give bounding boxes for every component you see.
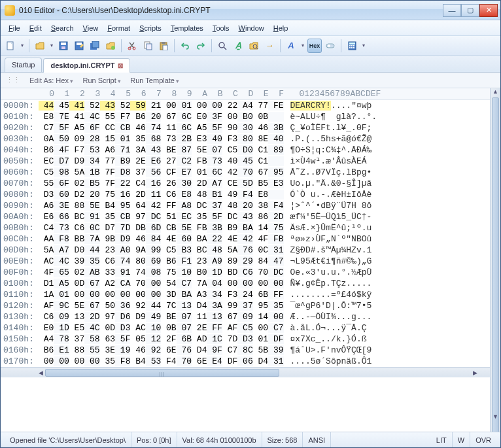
save-button[interactable]: [56, 39, 71, 53]
hex-ascii[interactable]: Æ..-—ÖÙI¾...g...: [290, 311, 372, 322]
hex-bytes[interactable]: 55 6F 02 B5 7F 22 C4 16 26 30 2D A7 CE 5…: [39, 178, 284, 189]
hex-row[interactable]: 00B0h: C4 73 C6 0C D7 7D DB 6D CB 5E FB …: [1, 222, 490, 233]
highlight-button[interactable]: A: [284, 39, 298, 53]
new-file-button[interactable]: [3, 39, 18, 53]
hex-button[interactable]: Hex: [307, 39, 322, 53]
paste-button[interactable]: [156, 39, 171, 53]
scroll-up-arrow[interactable]: ▲: [491, 88, 500, 97]
calculator-button[interactable]: [345, 39, 359, 53]
hex-row[interactable]: 0040h: B6 4F F7 53 A6 71 3A 43 BE 87 5E …: [1, 145, 490, 156]
find-text-button[interactable]: A̱: [231, 39, 245, 53]
menu-window[interactable]: Window: [235, 22, 268, 34]
hex-row[interactable]: 0140h: E0 1D E5 4C 0D D3 AC 10 0B 07 2E …: [1, 322, 490, 334]
hex-row[interactable]: 0050h: EC D7 D9 34 77 B9 2E E6 27 C2 FB …: [1, 156, 490, 167]
menu-format[interactable]: Format: [103, 22, 134, 34]
hex-bytes[interactable]: EC D7 D9 34 77 B9 2E E6 27 C2 FB 73 40 4…: [39, 156, 284, 167]
menu-scripts[interactable]: Scripts: [135, 22, 165, 34]
hex-view[interactable]: 0 1 2 3 4 5 6 7 8 9 A B C D E F 01234567…: [1, 88, 490, 367]
new-dropdown[interactable]: ▾: [19, 39, 26, 53]
hex-row[interactable]: 0020h: C7 5F A5 6F CC CB 46 74 11 6C A5 …: [1, 122, 490, 133]
open-button[interactable]: [33, 39, 47, 53]
hex-row[interactable]: 00A0h: E6 66 BC 91 35 CB 97 DC 51 EC 35 …: [1, 211, 490, 222]
hex-row[interactable]: 0030h: 0A 50 09 28 15 01 35 68 73 2B E3 …: [1, 133, 490, 145]
hex-bytes[interactable]: A6 3E 88 5E B4 95 64 42 FF A8 DC 37 48 2…: [39, 200, 284, 211]
find-in-files-button[interactable]: [247, 39, 261, 53]
hex-row[interactable]: 0160h: B6 E1 88 55 3E 19 46 92 6E 76 D4 …: [1, 345, 490, 356]
scroll-left-arrow[interactable]: ◀: [36, 370, 45, 376]
horizontal-scrollbar[interactable]: ◀ ||| ▶: [1, 367, 490, 377]
menu-tools[interactable]: Tools: [209, 22, 233, 34]
goto-button[interactable]: →: [262, 39, 277, 53]
hex-row[interactable]: 00D0h: 5A A7 D0 44 23 A0 9A 99 C5 B3 BC …: [1, 245, 490, 256]
hex-row[interactable]: 00F0h: 4F 65 02 AB 33 91 74 08 75 10 B0 …: [1, 267, 490, 278]
hex-ascii[interactable]: Ç_¥oÌËFt.l¥_.0F;: [290, 122, 372, 133]
hex-row[interactable]: 0070h: 55 6F 02 B5 7F 22 C4 16 26 30 2D …: [1, 178, 490, 189]
minimize-button[interactable]: —: [443, 4, 461, 17]
hex-ascii[interactable]: ¤x7Xc_../k­.}Ó.ß: [290, 334, 367, 345]
hex-ascii[interactable]: ¶O÷S¦q:C¾‡^.ÅÐÁ‰: [290, 145, 372, 156]
hex-row[interactable]: 0080h: D3 60 D2 20 75 16 2D 11 C6 E8 48 …: [1, 189, 490, 200]
hex-ascii[interactable]: ÄsÆ.×}ÛmË^û;¹º.u: [290, 222, 372, 233]
close-button[interactable]: ✕: [479, 4, 498, 17]
hex-ascii[interactable]: ....5ø´Sôpnäß.Ô1: [290, 356, 372, 367]
hex-row[interactable]: 0100h: D1 A5 0D 67 A2 CA 70 00 54 C7 7A …: [1, 278, 490, 289]
save-as-button[interactable]: [72, 39, 86, 53]
status-wrap[interactable]: W: [453, 432, 470, 447]
hex-bytes[interactable]: D3 60 D2 20 75 16 2D 11 C6 E8 48 B1 49 F…: [39, 189, 284, 200]
hex-bytes[interactable]: A4 78 37 58 63 5F 05 12 2F 6B AD 1C 7D D…: [39, 334, 284, 345]
v-scroll-thumb[interactable]: [492, 97, 499, 432]
hex-bytes[interactable]: 4F 65 02 AB 33 91 74 08 75 10 B0 1D BD C…: [39, 267, 284, 278]
hex-row[interactable]: 0150h: A4 78 37 58 63 5F 05 12 2F 6B AD …: [1, 334, 490, 345]
tab-startup[interactable]: Startup: [5, 58, 42, 72]
hex-ascii[interactable]: Z§ÐD#.š™Åµ¼HZv.1: [290, 245, 372, 256]
hex-bytes[interactable]: AA F8 BB 7A 9B D9 46 84 4E 60 BA 22 4E 4…: [39, 233, 284, 245]
menu-help[interactable]: Help: [269, 22, 292, 34]
status-encoding[interactable]: ANSI: [303, 432, 331, 447]
hex-bytes[interactable]: AF 9C 5E 67 50 36 92 44 7C 13 D4 3A 99 3…: [39, 300, 284, 311]
hex-row[interactable]: 0110h: 1A 01 00 00 00 00 00 00 3D BA A3 …: [1, 289, 490, 300]
hex-row[interactable]: 0010h: E8 7E 41 4C 55 F7 B6 20 67 6C E0 …: [1, 111, 490, 122]
hex-ascii[interactable]: DEARCRY!...."¤wþ: [290, 100, 372, 111]
run-template-dropdown[interactable]: Run Template: [130, 77, 179, 84]
calculator-dropdown[interactable]: ▾: [360, 39, 367, 53]
hex-row[interactable]: 0090h: A6 3E 88 5E B4 95 64 42 FF A8 DC …: [1, 200, 490, 211]
status-endian[interactable]: LIT: [431, 432, 453, 447]
hex-ascii[interactable]: Oe.«3'u.u.°.½ÆpÜ: [290, 267, 372, 278]
hex-bytes[interactable]: 5A A7 D0 44 23 A0 9A 99 C5 B3 BC 48 5A 7…: [39, 245, 284, 256]
tab-desktop-ini-crypt[interactable]: desktop.ini.CRYPT⊠: [43, 58, 130, 73]
hex-ascii[interactable]: Uo.µ."Ä.&0-§Î]µã: [290, 178, 372, 189]
hex-ascii[interactable]: ¦>ˆ^´•dBÿ¨Ü7H 8ô: [290, 200, 372, 211]
hex-ascii[interactable]: è~ALU÷¶ glà?..°.: [290, 111, 377, 122]
hex-bytes[interactable]: 0A 50 09 28 15 01 35 68 73 2B E3 40 F3 8…: [39, 133, 284, 145]
hex-bytes[interactable]: C4 73 C6 0C D7 7D DB 6D CB 5E FB 3B B9 B…: [39, 222, 284, 233]
run-script-dropdown[interactable]: Run Script: [82, 77, 121, 84]
hex-row[interactable]: 0130h: C6 09 13 2D 97 D6 D9 49 BE 07 11 …: [1, 311, 490, 322]
tab-close-icon[interactable]: ⊠: [118, 62, 123, 69]
open-template-button[interactable]: [103, 39, 118, 53]
find-button[interactable]: [215, 39, 230, 53]
hex-ascii[interactable]: ¶áˆU>.F'nvÔŸÇŒ[9: [290, 345, 372, 356]
hex-bytes[interactable]: 44 45 41 52 43 52 59 21 00 01 00 00 22 A…: [39, 100, 284, 111]
menu-search[interactable]: Search: [47, 22, 78, 34]
hex-row[interactable]: 0120h: AF 9C 5E 67 50 36 92 44 7C 13 D4 …: [1, 300, 490, 311]
hex-bytes[interactable]: C6 09 13 2D 97 D6 D9 49 BE 07 11 13 67 0…: [39, 311, 284, 322]
hex-row[interactable]: 00C0h: AA F8 BB 7A 9B D9 46 84 4E 60 BA …: [1, 233, 490, 245]
menu-edit[interactable]: Edit: [26, 22, 46, 34]
edit-as-dropdown[interactable]: Hex: [56, 77, 73, 84]
hex-bytes[interactable]: B6 4F F7 53 A6 71 3A 43 BE 87 5E 07 C5 D…: [39, 145, 284, 156]
hex-bytes[interactable]: D1 A5 0D 67 A2 CA 70 00 54 C7 7A 04 00 0…: [39, 278, 284, 289]
undo-button[interactable]: [178, 39, 192, 53]
copy-button[interactable]: [141, 39, 155, 53]
hex-ascii[interactable]: Å˜Z..Ø7VÏç.lBpg•: [290, 167, 372, 178]
menu-file[interactable]: File: [5, 22, 24, 34]
hex-bytes[interactable]: E0 1D E5 4C 0D D3 AC 10 0B 07 2E FF AF C…: [39, 322, 284, 334]
hex-ascii[interactable]: æf¼'5Ë—ÜQì5_ÜC†-: [290, 211, 372, 222]
hex-ascii[interactable]: Ñ¥.g¢Êp.TÇz.....: [290, 278, 372, 289]
h-scroll-thumb[interactable]: |||: [45, 369, 279, 377]
menu-templates[interactable]: Templates: [167, 22, 207, 34]
scroll-down-arrow[interactable]: ▼: [491, 413, 500, 422]
hex-row[interactable]: 0170h: 00 00 00 00 35 F8 B4 53 F4 70 6E …: [1, 356, 490, 367]
hex-ascii[interactable]: ¬L95Æt€i¶ñ#©‰)„G: [290, 256, 372, 267]
menu-view[interactable]: View: [79, 22, 103, 34]
hex-bytes[interactable]: C5 98 5A 1B 7F D8 37 56 CF E7 01 6C 42 7…: [39, 167, 284, 178]
